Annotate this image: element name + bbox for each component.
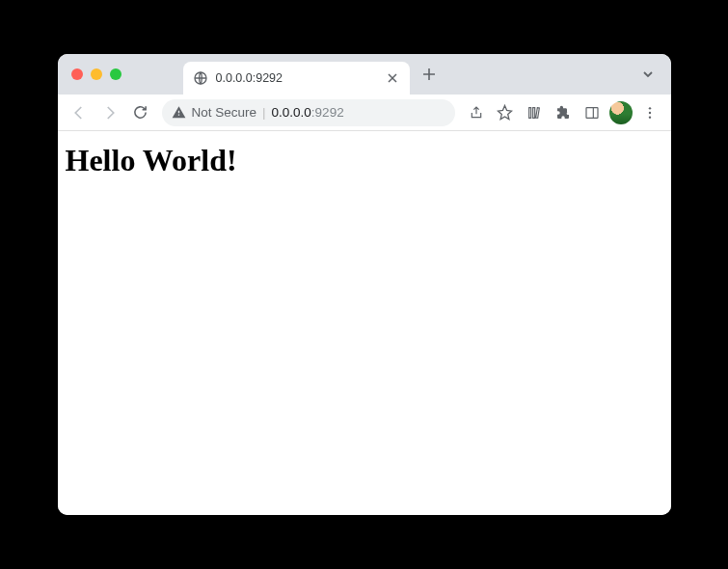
url-host: 0.0.0.0: [272, 105, 311, 120]
separator: |: [262, 105, 266, 120]
tab-search-button[interactable]: [638, 65, 658, 84]
window-controls: [71, 68, 121, 80]
url-port: :9292: [311, 105, 344, 120]
svg-point-3: [648, 111, 650, 113]
browser-tab[interactable]: 0.0.0.0:9292: [183, 62, 410, 95]
tab-bar: 0.0.0.0:9292: [58, 54, 671, 95]
page-heading: Hello World!: [66, 143, 663, 178]
globe-icon: [193, 70, 208, 86]
window-maximize-button[interactable]: [110, 68, 121, 80]
reload-button[interactable]: [127, 99, 154, 126]
omnibox[interactable]: Not Secure | 0.0.0.0:9292: [162, 99, 455, 126]
bookmark-button[interactable]: [492, 99, 519, 126]
address-bar: Not Secure | 0.0.0.0:9292: [58, 95, 671, 131]
not-secure-label: Not Secure: [192, 105, 257, 120]
svg-point-4: [648, 116, 650, 118]
browser-window: 0.0.0.0:9292: [58, 54, 671, 515]
tab-close-button[interactable]: [385, 70, 400, 86]
svg-rect-1: [586, 107, 598, 118]
page-content: Hello World!: [58, 131, 671, 515]
share-button[interactable]: [463, 99, 490, 126]
profile-avatar[interactable]: [607, 99, 634, 126]
new-tab-button[interactable]: [416, 61, 443, 88]
avatar-image: [609, 101, 633, 124]
extensions-button[interactable]: [550, 99, 577, 126]
back-button[interactable]: [66, 99, 93, 126]
url-text: 0.0.0.0:9292: [272, 105, 344, 120]
tabbar-right: [638, 65, 663, 84]
menu-button[interactable]: [636, 99, 663, 126]
svg-point-2: [648, 107, 650, 109]
window-close-button[interactable]: [71, 68, 83, 80]
sidepanel-button[interactable]: [579, 99, 606, 126]
library-icon[interactable]: [521, 99, 548, 126]
toolbar-actions: [463, 99, 663, 126]
forward-button[interactable]: [96, 99, 123, 126]
window-minimize-button[interactable]: [91, 68, 102, 80]
not-secure-icon: [172, 105, 186, 120]
tab-title: 0.0.0.0:9292: [216, 71, 377, 85]
